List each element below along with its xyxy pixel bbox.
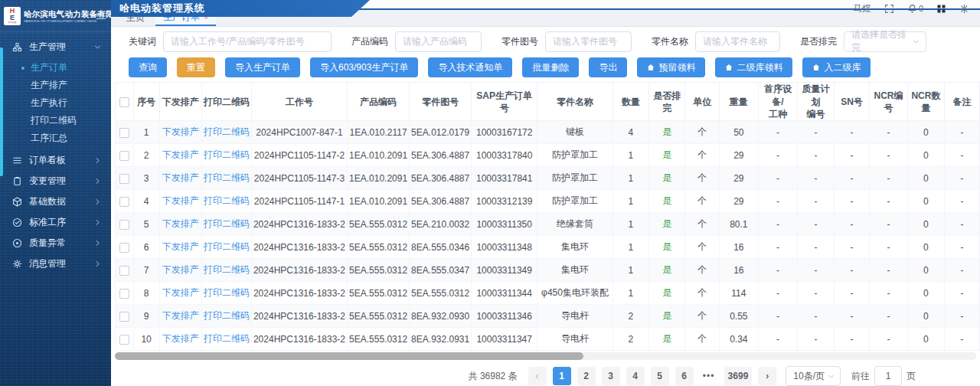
page-button-5[interactable]: 5 [651,367,669,385]
print-link[interactable]: 打印二维码 [204,287,250,298]
toolbar-button-6[interactable]: 导出 [589,57,627,77]
filter-input-0[interactable] [163,31,332,52]
sidebar-item-label: 生产订单 [31,61,67,74]
toolbar-button-2[interactable]: 导入生产订单 [225,57,300,77]
goto-page-input[interactable] [874,366,902,386]
row-checkbox[interactable] [119,197,129,207]
page-button-3699[interactable]: 3699 [724,367,753,385]
toolbar-button-8[interactable]: 二级库领料 [715,57,792,77]
row-checkbox[interactable] [119,266,129,276]
row-checkbox[interactable] [119,312,129,322]
unit-cell: 个 [685,144,720,167]
row-checkbox[interactable] [119,243,129,253]
row-checkbox[interactable] [119,128,129,138]
sidebar-item-0-2[interactable]: 生产执行 [0,94,111,112]
row-checkbox-cell [116,282,134,305]
toolbar-button-7[interactable]: 预留领料 [637,57,705,77]
next-page-button[interactable]: › [758,367,776,385]
quality_plan_no-cell: - [798,190,834,213]
ncr_no-cell: - [870,328,907,351]
dispatch-link[interactable]: 下发排产 [162,287,199,298]
sidebar-group-4[interactable]: 标准工序 [0,212,111,233]
print-link[interactable]: 打印二维码 [204,218,250,229]
page-button-1[interactable]: 1 [553,367,571,385]
filter-input-2[interactable] [545,31,632,52]
horizontal-scrollbar-thumb[interactable] [115,352,583,360]
toolbar-button-4[interactable]: 导入技术通知单 [428,57,512,77]
toolbar-button-5[interactable]: 批量删除 [522,57,579,77]
page-button-6[interactable]: 6 [675,367,694,385]
print-link[interactable]: 打印二维码 [204,172,250,183]
sidebar-group-2[interactable]: 变更管理 [0,171,111,191]
sidebar-item-0-4[interactable]: 工序汇总 [0,129,111,147]
sidebar-group-0[interactable]: 生产管理 [0,37,111,57]
print-link[interactable]: 打印二维码 [204,126,250,137]
weight-cell: 50 [720,121,758,144]
print-link[interactable]: 打印二维码 [204,310,250,321]
filter-input-3[interactable] [695,31,780,52]
sidebar-item-0-3[interactable]: 打印二维码 [0,112,111,129]
dispatch-link[interactable]: 下发排产 [162,333,199,344]
table-row: 10下发排产打印二维码2024HPC1316-1833-25EA.555.031… [116,328,980,351]
ncr_no-cell: - [870,213,907,236]
row-checkbox[interactable] [119,335,129,345]
page-button-2[interactable]: 2 [577,367,596,385]
sidebar-item-0-0[interactable]: 生产订单 [0,59,111,77]
page-button-3[interactable]: 3 [602,367,620,385]
sidebar-group-6[interactable]: 消息管理 [0,254,111,274]
select-all-checkbox[interactable] [119,97,129,107]
bell-icon[interactable]: 0 [907,4,923,14]
toolbar-button-3[interactable]: 导入603/903生产订单 [310,57,418,77]
dispatch-link[interactable]: 下发排产 [162,264,199,275]
dispatch-link[interactable]: 下发排产 [162,149,199,160]
row-checkbox[interactable] [119,289,129,299]
prev-page-button[interactable]: ‹ [528,367,547,385]
sidebar-group-1[interactable]: 订单看板 [0,150,111,171]
print-link[interactable]: 打印二维码 [204,195,250,206]
dispatch-link[interactable]: 下发排产 [162,310,199,321]
page-size-select[interactable]: 10条/页 [786,366,841,386]
sidebar: H E 哈电集团 哈尔滨电气动力装备有限公司 HARBIN ELECTRIC P… [0,0,111,386]
row-checkbox-cell [116,305,134,328]
sap_order_no-cell: 10003317840 [472,144,537,167]
dispatch-link[interactable]: 下发排产 [162,172,199,183]
sidebar-group-3[interactable]: 基础数据 [0,191,111,212]
system-title-text: 哈电动装管理系统 [119,2,205,14]
work_no-cell: 2024HPC1316-1833-2 [251,305,347,328]
toolbar-button-0[interactable]: 查询 [129,57,167,77]
dispatch-link[interactable]: 下发排产 [162,126,199,137]
seq-cell: 8 [133,282,159,305]
row-checkbox[interactable] [119,151,129,161]
filter-item-0: 关键词 [129,31,332,52]
more-pages-icon[interactable]: ••• [700,367,718,385]
dispatch-link[interactable]: 下发排产 [162,218,199,229]
sidebar-item-0-1[interactable]: 生产排产 [0,77,111,94]
toolbar-button-9[interactable]: 入二级库 [802,57,871,77]
total-count: 共 36982 条 [469,370,518,383]
dispatch-link[interactable]: 下发排产 [162,195,199,206]
print-link[interactable]: 打印二维码 [204,149,250,160]
row-checkbox[interactable] [119,174,129,184]
ncr_no-cell: - [870,305,907,328]
print-link[interactable]: 打印二维码 [204,241,250,252]
print-link[interactable]: 打印二维码 [204,333,250,344]
part_no-cell: 5EA.210.0032 [410,213,472,236]
user-name[interactable]: 马煜 [853,2,871,15]
filter-select-4[interactable]: 请选择是否排完 [844,31,926,52]
hamburger-icon[interactable] [96,11,106,21]
first_device-cell: - [758,328,798,351]
dispatch-link[interactable]: 下发排产 [162,241,199,252]
filter-input-1[interactable] [395,31,482,52]
fullscreen-icon[interactable] [884,4,894,14]
page-button-4[interactable]: 4 [626,367,645,385]
print-link[interactable]: 打印二维码 [204,264,250,275]
toolbar-button-1[interactable]: 重置 [177,57,215,77]
grid-icon[interactable] [936,4,946,14]
sidebar-group-label: 生产管理 [29,41,93,54]
cube-icon [12,197,22,207]
gear-icon[interactable] [959,4,969,14]
sidebar-group-5[interactable]: 质量异常 [0,233,111,254]
row-checkbox[interactable] [119,220,129,230]
quality_plan_no-cell: - [798,121,834,144]
weight-cell: 0.34 [720,328,758,351]
